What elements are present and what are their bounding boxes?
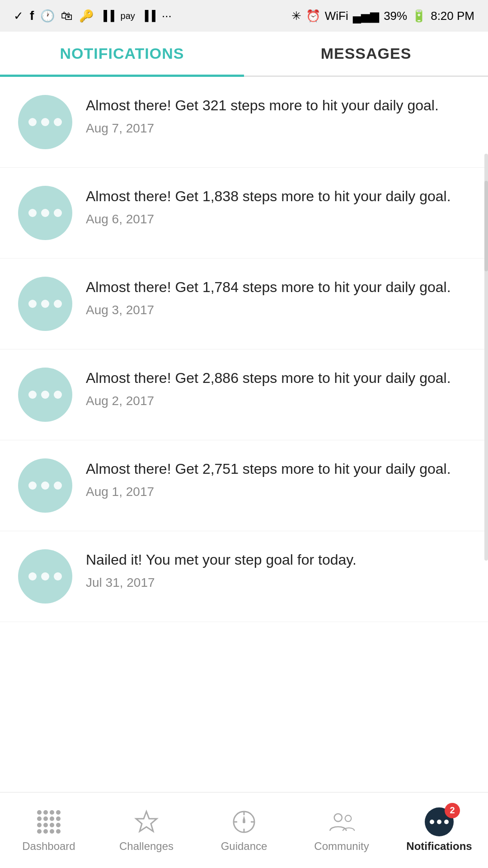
sidebar-item-notifications[interactable]: 2 Notifications [390,808,488,853]
notification-content: Almost there! Get 1,784 steps more to hi… [86,277,470,317]
bluetooth-icon: ✳ [291,9,301,23]
checkmark-icon: ✓ [14,9,23,23]
nav-label-challenges: Challenges [119,840,174,853]
notification-content: Almost there! Get 321 steps more to hit … [86,95,470,136]
nav-label-community: Community [314,840,369,853]
guidance-icon [230,808,258,835]
nav-label-dashboard: Dashboard [22,840,75,853]
dashboard-icon [35,808,62,835]
svg-marker-0 [136,811,157,831]
sim-icon: ▐▐ [100,10,114,22]
sim2-icon: ▐▐ [141,10,155,22]
list-item[interactable]: Nailed it! You met your step goal for to… [0,531,488,622]
notification-content: Almost there! Get 1,838 steps more to hi… [86,186,470,226]
status-right: ✳ ⏰ WiFi ▄▅▆ 39% 🔋 8:20 PM [291,9,474,23]
avatar [18,186,72,240]
tab-messages[interactable]: MESSAGES [244,32,488,75]
svg-point-8 [334,814,342,821]
status-left: ✓ f 🕐 🛍 🔑 ▐▐ pay ▐▐ ··· [14,9,172,23]
community-icon [328,808,355,835]
status-bar: ✓ f 🕐 🛍 🔑 ▐▐ pay ▐▐ ··· ✳ ⏰ WiFi ▄▅▆ 39%… [0,0,488,32]
list-item[interactable]: Almost there! Get 321 steps more to hit … [0,77,488,168]
sidebar-item-challenges[interactable]: Challenges [98,808,195,853]
samsung-pay-icon: pay [121,11,135,21]
notification-content: Almost there! Get 2,751 steps more to hi… [86,458,470,499]
avatar [18,458,72,513]
bottom-nav: Dashboard Challenges Guidance [0,792,488,868]
signal-icon: ▄▅▆ [353,9,379,23]
scroll-thumb[interactable] [484,181,488,271]
main-content: NOTIFICATIONS MESSAGES Almost there! Get… [0,32,488,792]
alarm-icon: ⏰ [306,9,320,23]
nav-label-notifications: Notifications [406,840,472,853]
challenges-icon [133,808,160,835]
battery-percent: 39% [384,9,407,23]
avatar [18,95,72,149]
bag-icon: 🛍 [61,9,73,23]
avatar [18,277,72,331]
time-display: 8:20 PM [431,9,474,23]
nav-label-guidance: Guidance [221,840,267,853]
svg-point-9 [345,815,352,821]
clock-icon: 🕐 [40,9,55,23]
notification-content: Almost there! Get 2,886 steps more to hi… [86,368,470,408]
wifi-icon: WiFi [325,9,348,23]
svg-marker-7 [243,816,245,822]
list-item[interactable]: Almost there! Get 2,886 steps more to hi… [0,349,488,440]
avatar [18,549,72,604]
notifications-list: Almost there! Get 321 steps more to hit … [0,77,488,792]
list-item[interactable]: Almost there! Get 1,838 steps more to hi… [0,168,488,259]
notification-content: Nailed it! You met your step goal for to… [86,549,470,590]
dots-icon: ··· [162,9,172,23]
tab-header: NOTIFICATIONS MESSAGES [0,32,488,77]
notifications-nav-icon: 2 [426,808,453,835]
scroll-track [484,154,488,561]
list-item[interactable]: Almost there! Get 2,751 steps more to hi… [0,440,488,531]
key-icon: 🔑 [79,9,94,23]
facebook-icon: f [30,9,34,23]
sidebar-item-guidance[interactable]: Guidance [195,808,293,853]
battery-icon: 🔋 [412,9,426,23]
notification-badge: 2 [445,803,460,818]
avatar [18,368,72,422]
sidebar-item-dashboard[interactable]: Dashboard [0,808,98,853]
sidebar-item-community[interactable]: Community [293,808,390,853]
tab-notifications[interactable]: NOTIFICATIONS [0,32,244,75]
list-item[interactable]: Almost there! Get 1,784 steps more to hi… [0,259,488,349]
